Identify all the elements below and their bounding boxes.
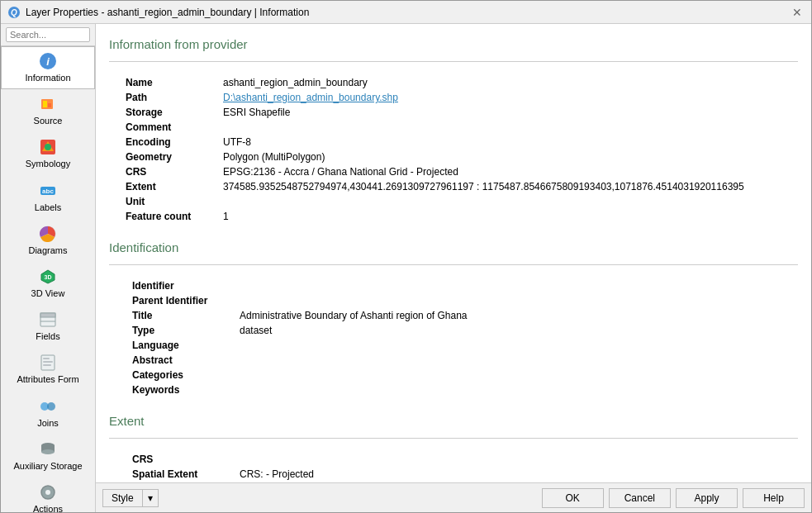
- sidebar-label-labels: Labels: [35, 202, 61, 213]
- field-label: Path: [109, 90, 216, 105]
- field-label: Geometry: [109, 150, 216, 164]
- table-row: Abstract: [126, 353, 798, 368]
- cancel-button[interactable]: Cancel: [609, 488, 671, 508]
- table-row: Encoding UTF-8: [109, 135, 798, 150]
- identification-divider: [109, 264, 798, 265]
- window-title: Layer Properties - ashanti_region_admin_…: [26, 7, 309, 18]
- style-dropdown-button[interactable]: ▾: [142, 489, 159, 507]
- main-content: i Information Source Symbology abc Label: [1, 24, 811, 512]
- style-button[interactable]: Style: [102, 489, 142, 507]
- close-button[interactable]: ✕: [790, 5, 805, 20]
- extent-section-title: Extent: [109, 414, 798, 428]
- sidebar-label-diagrams: Diagrams: [28, 245, 67, 256]
- field-value: [233, 382, 798, 397]
- field-label: Categories: [126, 368, 233, 382]
- field-value: [233, 353, 798, 368]
- field-label: CRS: [126, 452, 233, 467]
- table-row: Geometry Polygon (MultiPolygon): [109, 150, 798, 164]
- extent-section: Extent CRS Spatial Extent CRS: - Project…: [109, 414, 798, 482]
- svg-rect-18: [43, 361, 53, 363]
- identification-section: Identification Identifier Parent Identif…: [109, 240, 798, 397]
- aux-icon: [39, 440, 57, 458]
- field-value: [216, 194, 798, 209]
- sidebar-label-attributes-form: Attributes Form: [17, 374, 78, 385]
- sidebar-item-auxiliary-storage[interactable]: Auxiliary Storage: [1, 435, 95, 477]
- apply-button[interactable]: Apply: [676, 488, 738, 508]
- table-row: Keywords: [126, 382, 798, 397]
- bottom-bar: Style ▾ OK Cancel Apply Help: [96, 482, 811, 512]
- joins-icon: [39, 397, 57, 416]
- layer-properties-window: Q Layer Properties - ashanti_region_admi…: [0, 0, 812, 513]
- sidebar-item-labels[interactable]: abc Labels: [1, 176, 95, 219]
- title-bar-left: Q Layer Properties - ashanti_region_admi…: [7, 6, 309, 19]
- svg-rect-14: [40, 313, 55, 317]
- sidebar-label-joins: Joins: [37, 418, 59, 429]
- svg-point-7: [45, 144, 51, 150]
- field-label: Name: [109, 75, 216, 90]
- sidebar-item-attributes-form[interactable]: Attributes Form: [1, 348, 95, 391]
- table-row: Spatial Extent CRS: - Projected: [126, 467, 798, 482]
- field-value: EPSG:2136 - Accra / Ghana National Grid …: [216, 164, 798, 179]
- sidebar-item-3dview[interactable]: 3D 3D View: [1, 262, 95, 305]
- field-label: Unit: [109, 194, 216, 209]
- table-row: Title Administrative Boundary of Ashanti…: [126, 308, 798, 323]
- svg-rect-3: [43, 101, 47, 107]
- fields-icon: [39, 311, 57, 329]
- sidebar-label-actions: Actions: [33, 504, 63, 512]
- table-row: Unit: [109, 194, 798, 209]
- svg-point-26: [45, 490, 50, 495]
- identification-table: Identifier Parent Identifier Title Admin…: [126, 278, 798, 397]
- extent-divider: [109, 438, 798, 439]
- sidebar-item-diagrams[interactable]: Diagrams: [1, 219, 95, 262]
- symbology-icon: [39, 138, 57, 156]
- ok-button[interactable]: OK: [542, 488, 604, 508]
- labels-icon: abc: [39, 182, 57, 200]
- field-value: ESRI Shapefile: [216, 105, 798, 120]
- info-icon: i: [39, 52, 57, 70]
- actions-icon: [39, 483, 57, 501]
- diagrams-icon: [39, 225, 57, 243]
- sidebar-item-information[interactable]: i Information: [1, 46, 95, 89]
- field-label: Parent Identifier: [126, 293, 233, 308]
- field-label: Comment: [109, 120, 216, 135]
- sidebar-item-source[interactable]: Source: [1, 89, 95, 132]
- help-button[interactable]: Help: [743, 488, 805, 508]
- provider-section: Information from provider Name ashanti_r…: [109, 37, 798, 224]
- field-label: Encoding: [109, 135, 216, 150]
- search-bar: [1, 24, 95, 46]
- sidebar-item-symbology[interactable]: Symbology: [1, 132, 95, 175]
- table-row: Storage ESRI Shapefile: [109, 105, 798, 120]
- extent-block: CRS Spatial Extent CRS: - Projected X Mi…: [126, 452, 798, 482]
- table-row: Path D:\ashanti_region_admin_boundary.sh…: [109, 90, 798, 105]
- field-value: [233, 338, 798, 353]
- title-bar: Q Layer Properties - ashanti_region_admi…: [1, 1, 811, 24]
- field-label: Spatial Extent: [126, 467, 233, 482]
- svg-text:3D: 3D: [45, 274, 52, 280]
- sidebar-item-fields[interactable]: Fields: [1, 305, 95, 348]
- field-label: Extent: [109, 179, 216, 194]
- field-label: Abstract: [126, 353, 233, 368]
- sidebar-item-joins[interactable]: Joins: [1, 392, 95, 435]
- provider-divider: [109, 61, 798, 62]
- field-label: Feature count: [109, 209, 216, 224]
- path-link[interactable]: D:\ashanti_region_admin_boundary.shp: [223, 92, 398, 103]
- field-value: Administrative Boundary of Ashanti regio…: [233, 308, 798, 323]
- table-row: Identifier: [126, 278, 798, 293]
- sidebar-label-source: Source: [34, 116, 63, 126]
- field-value: [233, 278, 798, 293]
- sidebar-label-information: Information: [25, 73, 70, 83]
- content-area[interactable]: Information from provider Name ashanti_r…: [96, 24, 811, 482]
- field-value: [216, 120, 798, 135]
- main-panel: Information from provider Name ashanti_r…: [96, 24, 811, 512]
- field-label: Language: [126, 338, 233, 353]
- sidebar-label-auxiliary-storage: Auxiliary Storage: [13, 461, 82, 472]
- search-input[interactable]: [6, 27, 90, 42]
- field-value: Polygon (MultiPolygon): [216, 150, 798, 164]
- table-row: Language: [126, 338, 798, 353]
- svg-text:abc: abc: [42, 188, 54, 195]
- table-row: CRS EPSG:2136 - Accra / Ghana National G…: [109, 164, 798, 179]
- extent-table: CRS Spatial Extent CRS: - Projected X Mi…: [126, 452, 798, 482]
- svg-rect-4: [48, 103, 51, 107]
- field-value: 374585.9352548752794974,430441.269130972…: [216, 179, 798, 194]
- sidebar-item-actions[interactable]: Actions: [1, 477, 95, 512]
